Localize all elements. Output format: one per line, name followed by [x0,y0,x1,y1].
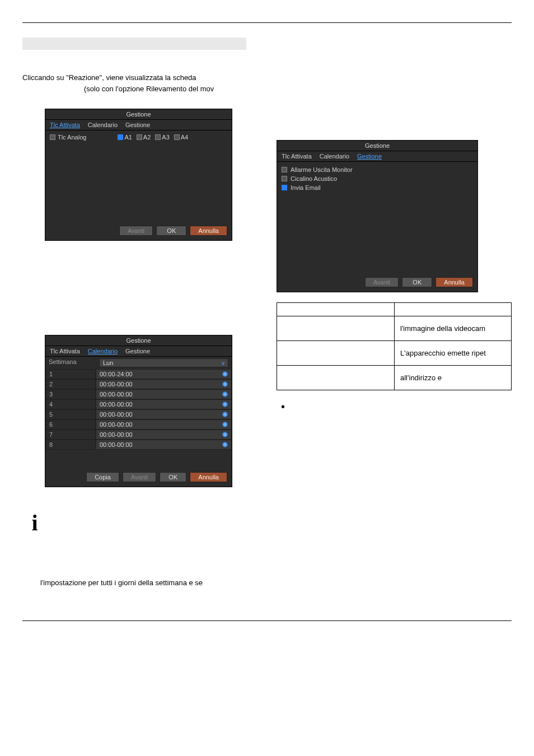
tab-calendario[interactable]: Calendario [88,348,118,354]
table-cell [277,341,395,366]
schedule-row: 100:00-24:00 [45,369,232,379]
schedule-row: 300:00-00:00 [45,389,232,399]
schedule-index: 8 [45,440,96,450]
bullet-icon: • [281,400,512,413]
channel-label: A4 [181,134,188,141]
checkbox-tlc-analog[interactable]: Tlc Analog [50,134,86,141]
channel-label: A2 [143,134,151,141]
checkbox-invia-email[interactable]: Invia Email [282,183,473,192]
tab-tlc-attivata[interactable]: Tlc Attivata [50,122,80,128]
chevron-down-icon: v [222,360,224,366]
copia-button[interactable]: Copia [86,472,119,482]
schedule-row: 500:00-00:00 [45,409,232,419]
schedule-time-value: 00:00-00:00 [100,441,133,448]
annulla-button[interactable]: Annulla [190,472,227,482]
schedule-row: 400:00-00:00 [45,399,232,409]
heading-placeholder-bar [22,38,246,50]
schedule-time-value: 00:00-00:00 [100,421,133,428]
gear-icon[interactable] [222,432,228,437]
intro-text: Cliccando su "Reazione", viene visualizz… [22,72,512,94]
checkbox-label: Tlc Analog [58,134,86,141]
annulla-button[interactable]: Annulla [435,277,473,287]
schedule-time-field[interactable]: 00:00-00:00 [96,409,232,419]
tab-calendario[interactable]: Calendario [88,122,118,128]
channel-label: A3 [162,134,169,141]
dialog-body: Allarme Uscita Monitor Cicalino Acustico… [277,162,477,274]
dialog-tabs: Tlc Attivata Calendario Gestione [277,151,477,162]
dialog-tabs: Tlc Attivata Calendario Gestione [45,120,232,130]
gear-icon[interactable] [222,371,228,377]
schedule-row: 200:00-00:00 [45,379,232,389]
checkbox-cicalino[interactable]: Cicalino Acustico [282,174,473,183]
schedule-index: 6 [45,419,96,430]
schedule-time-value: 00:00-00:00 [100,401,133,408]
gear-icon[interactable] [222,442,228,447]
schedule-index: 2 [45,379,96,389]
dialog-tlc-attivata: Gestione Tlc Attivata Calendario Gestion… [45,109,232,241]
tab-tlc-attivata[interactable]: Tlc Attivata [282,153,312,160]
avanti-button[interactable]: Avanti [365,277,399,287]
top-rule [22,22,512,23]
table-header-cell [395,303,512,316]
table-cell: L'apparecchio emette ripet [395,341,512,366]
ok-button[interactable]: OK [160,472,186,482]
checkbox-a4[interactable]: A4 [174,134,188,141]
schedule-time-field[interactable]: 00:00-00:00 [96,430,232,440]
option-label: Allarme Uscita Monitor [291,166,353,173]
gear-icon[interactable] [222,402,228,407]
dialog-calendario: Gestione Tlc Attivata Calendario Gestion… [45,335,232,487]
schedule-time-field[interactable]: 00:00-24:00 [96,369,232,379]
dialog-gestione: Gestione Tlc Attivata Calendario Gestion… [277,140,478,292]
tab-tlc-attivata[interactable]: Tlc Attivata [50,348,80,354]
tab-gestione[interactable]: Gestione [125,348,150,354]
dialog-button-row: Copia Avanti OK Annulla [45,469,232,487]
ok-button[interactable]: OK [156,226,186,236]
schedule-index: 7 [45,430,96,440]
schedule-time-value: 00:00-24:00 [100,371,133,377]
tab-gestione[interactable]: Gestione [125,122,150,128]
gear-icon[interactable] [222,381,228,387]
checkbox-a3[interactable]: A3 [155,134,169,141]
day-select[interactable]: Lun v [99,358,228,367]
avanti-button[interactable]: Avanti [119,226,153,236]
schedule-row: 600:00-00:00 [45,419,232,430]
dialog-title: Gestione [45,109,232,120]
description-table: l'immagine della videocam L'apparecchio … [277,302,512,390]
schedule-time-field[interactable]: 00:00-00:00 [96,389,232,399]
checkbox-allarme-uscita[interactable]: Allarme Uscita Monitor [282,165,473,174]
option-label: Cicalino Acustico [291,175,337,182]
schedule-index: 5 [45,409,96,419]
gear-icon[interactable] [222,422,228,427]
option-label: Invia Email [291,184,321,191]
gear-icon[interactable] [222,412,228,417]
tab-gestione[interactable]: Gestione [357,153,382,160]
schedule-time-field[interactable]: 00:00-00:00 [96,399,232,409]
checkbox-a1[interactable]: A1 [118,134,132,141]
table-header-cell [277,303,395,316]
ok-button[interactable]: OK [402,277,432,287]
schedule-time-field[interactable]: 00:00-00:00 [96,440,232,450]
annulla-button[interactable]: Annulla [190,226,227,236]
schedule-row: 700:00-00:00 [45,430,232,440]
col-header-settimana: Settimana [49,358,99,367]
gear-icon[interactable] [222,391,228,397]
bottom-rule [22,620,512,621]
dialog-button-row: Avanti OK Annulla [277,274,477,292]
table-cell [277,316,395,341]
checkbox-a2[interactable]: A2 [137,134,151,141]
avanti-button[interactable]: Avanti [123,472,156,482]
dialog-tabs: Tlc Attivata Calendario Gestione [45,346,232,357]
schedule-time-field[interactable]: 00:00-00:00 [96,419,232,430]
dialog-title: Gestione [277,141,477,151]
table-cell: l'immagine della videocam [395,316,512,341]
tab-calendario[interactable]: Calendario [320,153,349,160]
schedule-time-value: 00:00-00:00 [100,431,133,438]
schedule-index: 4 [45,399,96,409]
dialog-body: Tlc Analog A1 A2 A3 A4 [45,130,232,222]
schedule-time-field[interactable]: 00:00-00:00 [96,379,232,389]
schedule-time-value: 00:00-00:00 [100,391,133,398]
info-icon: i [22,510,47,536]
table-cell: all'indirizzo e [395,366,512,390]
schedule-index: 3 [45,389,96,399]
schedule-time-value: 00:00-00:00 [100,411,133,418]
